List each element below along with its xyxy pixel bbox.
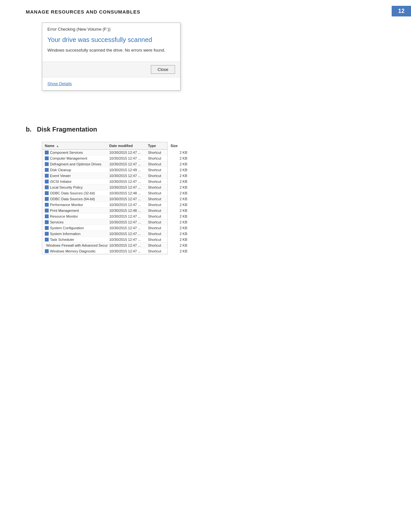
file-date: 10/30/2015 12:47 ...	[108, 237, 147, 242]
file-type: Shortcut	[147, 179, 169, 184]
table-row[interactable]: Performance Monitor 10/30/2015 12:47 ...…	[42, 202, 167, 208]
table-row[interactable]: System Configuration 10/30/2015 12:47 ..…	[42, 225, 167, 231]
table-row[interactable]: Event Viewer 10/30/2015 12:47 ... Shortc…	[42, 173, 167, 179]
file-type: Shortcut	[147, 208, 169, 213]
dialog-footer: Close	[42, 62, 180, 77]
column-header-date[interactable]: Date modified	[108, 143, 147, 148]
table-row[interactable]: Defragment and Optimize Drives 10/30/201…	[42, 161, 167, 167]
file-name: ODBC Data Sources (64-bit)	[44, 196, 108, 201]
file-type: Shortcut	[147, 191, 169, 195]
file-date: 10/30/2015 12:47 ...	[108, 173, 147, 178]
file-name: Disk Cleanup	[44, 167, 108, 172]
table-row[interactable]: Services 10/30/2015 12:47 ... Shortcut 2…	[42, 219, 167, 225]
table-row[interactable]: Windows Firewall with Advanced Security …	[42, 242, 167, 248]
file-type: Shortcut	[147, 225, 169, 230]
table-row[interactable]: Component Services 10/30/2015 12:47 ... …	[42, 150, 167, 155]
file-name: System Information	[44, 231, 108, 236]
file-type: Shortcut	[147, 214, 169, 219]
file-size: 2 KB	[169, 208, 189, 213]
file-date: 10/30/2015 12:47 ...	[108, 156, 147, 161]
file-name: Event Viewer	[44, 173, 108, 178]
file-name: Local Security Policy	[44, 185, 108, 190]
file-icon	[45, 168, 49, 172]
file-size: 2 KB	[169, 202, 189, 207]
file-type: Shortcut	[147, 243, 169, 248]
column-header-size[interactable]: Size	[169, 143, 189, 148]
page-number-badge: 12	[392, 6, 411, 16]
file-date: 10/30/2015 12:47 ...	[108, 202, 147, 207]
section-b-heading: b. Disk Fragmentation	[26, 126, 97, 133]
file-name: Task Scheduler	[44, 237, 108, 242]
file-size: 2 KB	[169, 196, 189, 201]
file-size: 2 KB	[169, 150, 189, 155]
table-row[interactable]: ODBC Data Sources (32-bit) 10/30/2015 12…	[42, 190, 167, 196]
file-icon	[45, 197, 49, 201]
file-type: Shortcut	[147, 220, 169, 224]
file-name: Computer Management	[44, 156, 108, 161]
file-icon	[45, 232, 49, 236]
column-header-name[interactable]: Name ▲	[44, 143, 108, 148]
file-icon	[45, 174, 49, 178]
file-type: Shortcut	[147, 196, 169, 201]
file-size: 2 KB	[169, 191, 189, 195]
file-icon	[45, 185, 49, 189]
file-name: Defragment and Optimize Drives	[44, 162, 108, 166]
file-size: 2 KB	[169, 237, 189, 242]
file-type: Shortcut	[147, 249, 169, 253]
error-checking-dialog: Error Checking (New Volume (F:)) Your dr…	[42, 23, 181, 91]
file-size: 2 KB	[169, 214, 189, 219]
file-name: Windows Memory Diagnostic	[44, 249, 108, 253]
file-size: 2 KB	[169, 162, 189, 166]
file-name: Services	[44, 220, 108, 224]
file-date: 10/30/2015 12:48 ...	[108, 191, 147, 195]
close-button[interactable]: Close	[151, 65, 175, 74]
dialog-title-bar: Error Checking (New Volume (F:))	[47, 27, 175, 32]
file-type: Shortcut	[147, 237, 169, 242]
file-icon	[45, 162, 49, 166]
table-row[interactable]: Print Management 10/30/2015 12:48 ... Sh…	[42, 208, 167, 213]
dialog-header: Error Checking (New Volume (F:)) Your dr…	[42, 23, 180, 62]
file-type: Shortcut	[147, 167, 169, 172]
table-row[interactable]: Windows Memory Diagnostic 10/30/2015 12:…	[42, 248, 167, 254]
file-icon	[45, 203, 49, 207]
file-icon	[45, 180, 49, 183]
column-header-type[interactable]: Type	[147, 143, 169, 148]
file-type: Shortcut	[147, 185, 169, 190]
file-rows-container: Component Services 10/30/2015 12:47 ... …	[42, 150, 167, 254]
file-size: 2 KB	[169, 231, 189, 236]
file-type: Shortcut	[147, 156, 169, 161]
file-size: 2 KB	[169, 220, 189, 224]
file-date: 10/30/2015 12:47 ...	[108, 214, 147, 219]
table-row[interactable]: ODBC Data Sources (64-bit) 10/30/2015 12…	[42, 196, 167, 202]
file-date: 10/30/2015 12:47 ...	[108, 162, 147, 166]
file-icon	[45, 214, 49, 218]
file-icon	[45, 151, 49, 154]
file-name: System Configuration	[44, 225, 108, 230]
table-row[interactable]: Resource Monitor 10/30/2015 12:47 ... Sh…	[42, 213, 167, 219]
file-icon	[45, 156, 49, 160]
page-title: MANAGE RESOURCES AND CONSUMABLES	[26, 9, 141, 15]
dialog-success-title: Your drive was successfully scanned	[47, 36, 175, 44]
file-name: Print Management	[44, 208, 108, 213]
show-details-link[interactable]: Show Details	[47, 81, 72, 86]
file-type: Shortcut	[147, 162, 169, 166]
file-name: iSCSI Initiator	[44, 179, 108, 184]
file-date: 10/30/2015 12:47 ...	[108, 249, 147, 253]
file-icon	[45, 220, 49, 224]
file-date: 10/30/2015 12:47 ...	[108, 243, 147, 248]
table-row[interactable]: Task Scheduler 10/30/2015 12:47 ... Shor…	[42, 237, 167, 242]
file-date: 10/30/2015 12:47 ...	[108, 231, 147, 236]
file-list-table: Name ▲ Date modified Type Size Component…	[42, 142, 168, 254]
table-row[interactable]: Disk Cleanup 10/30/2015 12:49 ... Shortc…	[42, 167, 167, 173]
file-size: 2 KB	[169, 179, 189, 184]
file-name: ODBC Data Sources (32-bit)	[44, 191, 108, 195]
file-size: 2 KB	[169, 156, 189, 161]
table-row[interactable]: System Information 10/30/2015 12:47 ... …	[42, 231, 167, 237]
file-size: 2 KB	[169, 249, 189, 253]
table-row[interactable]: Computer Management 10/30/2015 12:47 ...…	[42, 155, 167, 161]
table-row[interactable]: iSCSI Initiator 10/30/2015 12:47 ... Sho…	[42, 179, 167, 184]
file-icon	[45, 249, 49, 253]
file-name: Resource Monitor	[44, 214, 108, 219]
show-details-section: Show Details	[42, 77, 180, 90]
table-row[interactable]: Local Security Policy 10/30/2015 12:47 .…	[42, 184, 167, 190]
